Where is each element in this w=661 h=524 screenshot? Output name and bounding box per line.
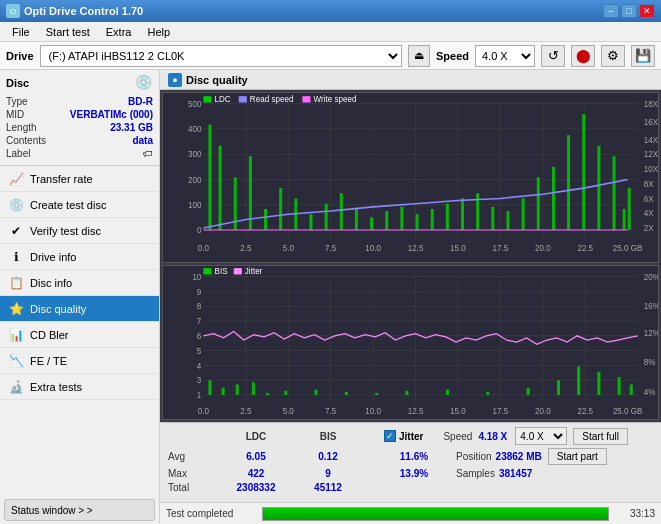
svg-text:18X: 18X	[644, 100, 658, 109]
svg-text:10: 10	[192, 272, 201, 281]
refresh-button[interactable]: ↺	[541, 45, 565, 67]
svg-text:17.5: 17.5	[493, 407, 509, 416]
svg-rect-136	[577, 366, 580, 395]
start-full-button[interactable]: Start full	[573, 428, 628, 445]
svg-rect-122	[208, 380, 211, 395]
total-ldc: 2308332	[220, 482, 292, 493]
status-window-button[interactable]: Status window > >	[4, 499, 155, 521]
svg-rect-68	[597, 146, 600, 230]
svg-text:14X: 14X	[644, 135, 658, 144]
svg-rect-46	[264, 209, 267, 230]
stats-bar: LDC BIS ✓ Jitter Speed 4.18 X 4.0 X Star…	[160, 422, 661, 502]
fe-te-icon: 📉	[8, 353, 24, 369]
label-value: 🏷	[143, 148, 153, 159]
svg-rect-123	[222, 387, 225, 394]
speed-current-val: 4.18 X	[478, 431, 507, 442]
eject-button[interactable]: ⏏	[408, 45, 430, 67]
menu-bar: File Start test Extra Help	[0, 22, 661, 42]
svg-rect-130	[375, 393, 378, 395]
svg-text:20%: 20%	[644, 272, 658, 281]
top-chart: 500 400 300 200 100 0 18X 16X 14X 12X 10…	[162, 92, 659, 263]
charts-container: 500 400 300 200 100 0 18X 16X 14X 12X 10…	[160, 90, 661, 422]
svg-rect-62	[506, 211, 509, 230]
bottom-chart: 10 9 8 7 6 5 4 3 1 20% 16% 12% 8% 4% 0	[162, 265, 659, 420]
svg-text:10.0: 10.0	[365, 244, 381, 253]
svg-rect-133	[486, 392, 489, 395]
svg-rect-66	[567, 135, 570, 230]
sidebar-item-disc-quality[interactable]: ⭐ Disc quality	[0, 296, 159, 322]
sidebar-item-fe-te[interactable]: 📉 FE / TE	[0, 348, 159, 374]
svg-rect-78	[163, 266, 658, 419]
svg-text:7: 7	[197, 317, 202, 326]
svg-rect-124	[236, 384, 239, 395]
menu-start-test[interactable]: Start test	[38, 24, 98, 40]
close-button[interactable]: ✕	[639, 4, 655, 18]
svg-rect-65	[552, 167, 555, 230]
svg-rect-69	[613, 156, 616, 230]
svg-rect-140	[203, 268, 211, 274]
svg-text:200: 200	[188, 175, 202, 184]
progress-time: 33:13	[615, 508, 655, 519]
svg-text:10.0: 10.0	[365, 407, 381, 416]
minimize-button[interactable]: −	[603, 4, 619, 18]
svg-text:15.0: 15.0	[450, 244, 466, 253]
sidebar-label-cd-bler: CD Bler	[30, 329, 69, 341]
samples-label: Samples	[456, 468, 495, 479]
svg-text:6: 6	[197, 331, 202, 340]
sidebar-item-cd-bler[interactable]: 📊 CD Bler	[0, 322, 159, 348]
svg-rect-60	[476, 193, 479, 230]
sidebar-item-create-test-disc[interactable]: 💿 Create test disc	[0, 192, 159, 218]
jitter-checkbox[interactable]: ✓	[384, 430, 396, 442]
menu-help[interactable]: Help	[139, 24, 178, 40]
settings-button[interactable]: ⚙	[601, 45, 625, 67]
svg-text:5: 5	[197, 346, 202, 355]
disc-quality-title: Disc quality	[186, 74, 248, 86]
cd-bler-icon: 📊	[8, 327, 24, 343]
sidebar-label-drive-info: Drive info	[30, 251, 76, 263]
start-part-button[interactable]: Start part	[548, 448, 607, 465]
svg-text:3: 3	[197, 376, 202, 385]
svg-text:2.5: 2.5	[240, 407, 252, 416]
save-button[interactable]: 💾	[631, 45, 655, 67]
svg-text:2X: 2X	[644, 224, 654, 233]
svg-rect-47	[279, 188, 282, 230]
maximize-button[interactable]: □	[621, 4, 637, 18]
length-label: Length	[6, 122, 37, 133]
drive-label: Drive	[6, 50, 34, 62]
drive-select[interactable]: (F:) ATAPI iHBS112 2 CL0K	[40, 45, 402, 67]
svg-text:17.5: 17.5	[493, 244, 509, 253]
sidebar-label-disc-quality: Disc quality	[30, 303, 86, 315]
menu-file[interactable]: File	[4, 24, 38, 40]
svg-text:5.0: 5.0	[283, 407, 295, 416]
drive-bar: Drive (F:) ATAPI iHBS112 2 CL0K ⏏ Speed …	[0, 42, 661, 70]
record-button[interactable]: ⬤	[571, 45, 595, 67]
speed-select[interactable]: 4.0 X	[475, 45, 535, 67]
svg-text:20.0: 20.0	[535, 407, 551, 416]
svg-text:10X: 10X	[644, 165, 658, 174]
speed-label: Speed	[436, 50, 469, 62]
sidebar-item-extra-tests[interactable]: 🔬 Extra tests	[0, 374, 159, 400]
sidebar-item-verify-test-disc[interactable]: ✔ Verify test disc	[0, 218, 159, 244]
menu-extra[interactable]: Extra	[98, 24, 140, 40]
sidebar-item-disc-info[interactable]: 📋 Disc info	[0, 270, 159, 296]
title-bar: O Opti Drive Control 1.70 − □ ✕	[0, 0, 661, 22]
samples-val: 381457	[499, 468, 532, 479]
sidebar-label-fe-te: FE / TE	[30, 355, 67, 367]
svg-rect-63	[522, 198, 525, 230]
ldc-col-header: LDC	[220, 431, 292, 442]
extra-tests-icon: 🔬	[8, 379, 24, 395]
mid-label: MID	[6, 109, 24, 120]
svg-text:22.5: 22.5	[577, 244, 593, 253]
svg-text:16%: 16%	[644, 302, 658, 311]
speed-quality-select[interactable]: 4.0 X	[515, 427, 567, 445]
disc-panel: Disc 💿 Type BD-R MID VERBATIMc (000) Len…	[0, 70, 159, 166]
svg-text:4%: 4%	[644, 388, 656, 397]
svg-text:5.0: 5.0	[283, 244, 295, 253]
sidebar-item-drive-info[interactable]: ℹ Drive info	[0, 244, 159, 270]
svg-text:Read speed: Read speed	[250, 95, 294, 104]
svg-text:22.5: 22.5	[577, 407, 593, 416]
create-test-disc-icon: 💿	[8, 197, 24, 213]
svg-rect-43	[219, 146, 222, 230]
sidebar-item-transfer-rate[interactable]: 📈 Transfer rate	[0, 166, 159, 192]
drive-info-icon: ℹ	[8, 249, 24, 265]
